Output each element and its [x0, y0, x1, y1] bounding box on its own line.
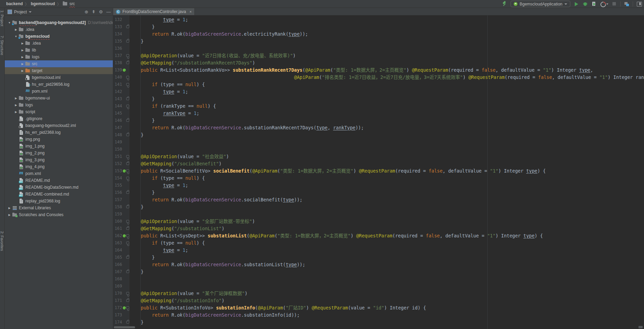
tree-item--gitignore[interactable]: .gitignore	[5, 115, 113, 122]
chevron-collapsed-icon[interactable]: ▶	[7, 213, 12, 216]
code-line[interactable]: 134 return R.ok(bigDataScreenService.ele…	[113, 31, 644, 38]
fold-end-icon[interactable]	[126, 25, 129, 28]
tree-item-hs-err-pid29656-log[interactable]: ?hs_err_pid29656.log	[5, 81, 113, 88]
project-folders-icon[interactable]	[624, 1, 630, 7]
window-layout-icon[interactable]	[636, 1, 642, 7]
code-line[interactable]: 164 type = 1;	[113, 247, 644, 254]
fold-start-icon[interactable]	[126, 169, 129, 172]
fold-start-icon[interactable]	[126, 155, 129, 158]
fold-end-icon[interactable]	[126, 205, 129, 208]
tree-item-bgemsnew-ui[interactable]: ▶bgemsnew-ui	[5, 95, 113, 102]
locate-icon[interactable]: ⊕	[85, 10, 88, 14]
run-configuration-select[interactable]: BgemscloudApplication	[511, 1, 570, 7]
fold-end-icon[interactable]	[126, 321, 129, 324]
endpoint-mapping-icon[interactable]	[123, 169, 126, 173]
endpoint-mapping-icon[interactable]	[123, 306, 126, 309]
tree-item-logs[interactable]: ▶logs	[5, 102, 113, 108]
tree-item-replay-pid2368-log[interactable]: replay_pid2368.log	[5, 198, 113, 204]
fold-start-icon[interactable]	[126, 242, 129, 244]
chevron-collapsed-icon[interactable]: ▶	[20, 49, 25, 52]
code-line[interactable]: 166 return R.ok(bigDataScreenService.sub…	[113, 261, 644, 268]
close-icon[interactable]: ×	[189, 10, 191, 14]
code-line[interactable]: 132 type = 1;	[113, 16, 644, 23]
fold-end-icon[interactable]	[126, 162, 129, 165]
tool-window-stripe-button[interactable]: 2: Favorites	[0, 231, 4, 251]
code-line[interactable]: 146 }	[113, 117, 644, 124]
code-line[interactable]: 150	[113, 146, 644, 153]
chevron-collapsed-icon[interactable]: ▶	[13, 110, 19, 114]
tree-item-img-4-png[interactable]: img_4.png	[5, 163, 113, 170]
code-line[interactable]: 137 @ApiOperation(value = "近7日排名(收益、充/放电…	[113, 52, 644, 59]
chevron-collapsed-icon[interactable]: ▶	[13, 104, 19, 107]
code-editor[interactable]: 132 type = 1;133 }134 return R.ok(bigDat…	[113, 15, 644, 329]
minimize-icon[interactable]: —	[106, 10, 111, 14]
breadcrumb-item[interactable]: bgemscloud	[31, 1, 55, 6]
tree-item-scratches-and-consoles[interactable]: ▶Scratches and Consoles	[5, 211, 113, 218]
tree-item-img-3-png[interactable]: img_3.png	[5, 156, 113, 163]
code-line[interactable]: 144 if (rankType == null) {	[113, 103, 644, 110]
chevron-collapsed-icon[interactable]: ▶	[13, 28, 19, 31]
code-line[interactable]: 159	[113, 211, 644, 218]
fold-end-icon[interactable]	[126, 227, 129, 230]
run-icon[interactable]	[573, 1, 579, 7]
fold-start-icon[interactable]	[126, 234, 129, 237]
code-line[interactable]: 149	[113, 139, 644, 146]
code-line[interactable]: 153 public R<SocialBenefitVo> socialBene…	[113, 167, 644, 175]
chevron-collapsed-icon[interactable]: ▶	[7, 207, 12, 210]
tree-item-bgemscloud[interactable]: ▼bgemscloud	[5, 33, 113, 40]
tool-window-stripe-button[interactable]: 1: Project	[0, 10, 4, 26]
code-line[interactable]: 142 type = 1;	[113, 88, 644, 95]
horizontal-scrollbar[interactable]	[114, 326, 135, 328]
code-line[interactable]: 162 public R<List<SysDept>> substationLi…	[113, 232, 644, 239]
code-line[interactable]: 157 return R.ok(bigDataScreenService.soc…	[113, 196, 644, 203]
code-line[interactable]: 169	[113, 283, 644, 290]
chevron-collapsed-icon[interactable]: ▶	[20, 69, 25, 72]
code-line[interactable]: 167 }	[113, 268, 644, 275]
breadcrumb-item[interactable]: src	[69, 1, 75, 6]
run-with-coverage-icon[interactable]	[591, 1, 597, 7]
chevron-collapsed-icon[interactable]: ▶	[20, 62, 25, 66]
chevron-collapsed-icon[interactable]: ▶	[13, 97, 19, 100]
tree-item--idea[interactable]: ▶.idea	[5, 40, 113, 47]
code-line[interactable]: 161 @GetMapping("/substationList")	[113, 225, 644, 232]
code-line[interactable]: 174 }	[113, 319, 644, 326]
tree-item-target[interactable]: ▶target	[5, 67, 113, 74]
code-line[interactable]: 145 rankType = 1;	[113, 110, 644, 117]
fold-end-icon[interactable]	[126, 40, 129, 43]
code-line[interactable]: 138 @GetMapping("/substationRankRecent7D…	[113, 59, 644, 67]
tree-item-script[interactable]: ▶script	[5, 108, 113, 115]
tree-item-readme-combined-md[interactable]: MDREADME-combined.md	[5, 191, 113, 198]
code-line[interactable]: 136	[113, 45, 644, 52]
tree-item-logs[interactable]: ▶logs	[5, 54, 113, 60]
code-line[interactable]: 151 @ApiOperation(value = "社会效益")	[113, 153, 644, 160]
tree-item-lib[interactable]: ▶lib	[5, 47, 113, 54]
tree-item-img-png[interactable]: img.png	[5, 136, 113, 143]
code-line[interactable]: 170 @ApiOperation(value = "某个厂站弹框数据")	[113, 290, 644, 297]
fold-start-icon[interactable]	[126, 54, 129, 57]
fold-end-icon[interactable]	[126, 97, 129, 100]
tree-item-bgemscloud-iml[interactable]: bgemscloud.iml	[5, 74, 113, 81]
breadcrumb-item[interactable]: backend	[6, 1, 23, 6]
settings-gear-icon[interactable]: ⚙	[99, 10, 103, 14]
chevron-collapsed-icon[interactable]: ▶	[20, 42, 25, 45]
fold-end-icon[interactable]	[126, 61, 129, 64]
code-line[interactable]: 163 if (type == null) {	[113, 239, 644, 247]
code-line[interactable]: 156 }	[113, 189, 644, 196]
tree-item-readme-bigdatascreen-md[interactable]: MDREADME-bigDataScreen.md	[5, 184, 113, 191]
code-line[interactable]: 143 }	[113, 95, 644, 103]
tree-item--idea[interactable]: ▶.idea	[5, 26, 113, 33]
fold-start-icon[interactable]	[126, 76, 129, 79]
tree-item-baoguang-bgemscloud2-iml[interactable]: baoguang-bgemscloud2.iml	[5, 122, 113, 129]
code-line[interactable]: 173 return R.ok(bigDataScreenService.sub…	[113, 312, 644, 319]
code-line[interactable]: 148 }	[113, 131, 644, 139]
code-line[interactable]: 165 }	[113, 254, 644, 261]
tool-window-stripe-button[interactable]: 7: Structure	[0, 36, 4, 55]
fold-end-icon[interactable]	[126, 119, 129, 122]
fold-end-icon[interactable]	[126, 191, 129, 194]
code-line[interactable]: 172 public R<SubstationInfoVo> substatio…	[113, 304, 644, 312]
chevron-collapsed-icon[interactable]: ▶	[20, 56, 25, 59]
fold-start-icon[interactable]	[126, 220, 129, 223]
tree-item-pom-xml[interactable]: pom.xml	[5, 170, 113, 177]
chevron-down-icon[interactable]	[29, 11, 32, 13]
tree-item-img-1-png[interactable]: img_1.png	[5, 143, 113, 150]
